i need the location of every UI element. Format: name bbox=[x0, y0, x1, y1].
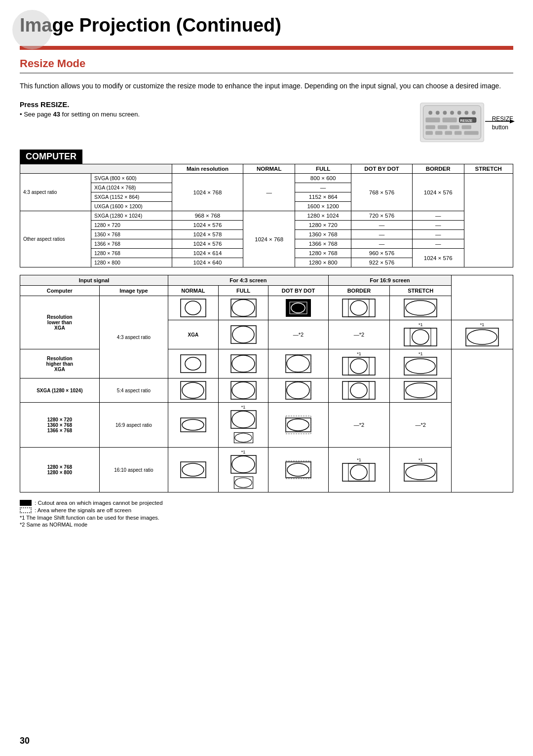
svg-rect-81 bbox=[286, 462, 311, 478]
main-resolution-table: Main resolution NORMAL FULL DOT BY DOT B… bbox=[20, 164, 513, 267]
diag-stretch-6: *1 bbox=[390, 448, 452, 492]
svg-rect-64 bbox=[404, 381, 437, 399]
normal-1366x768: 1024 × 576 bbox=[172, 239, 243, 249]
svg-rect-35 bbox=[231, 326, 256, 343]
diag-normal-2 bbox=[218, 320, 268, 349]
table-header-res bbox=[20, 164, 172, 174]
diag-stretch-5: —*2 bbox=[390, 403, 452, 448]
svg-point-69 bbox=[232, 411, 255, 428]
table-header-full: FULL bbox=[295, 164, 351, 174]
computer-sxga: SXGA (1280 × 1024) bbox=[20, 378, 100, 403]
aspect-label-43: 4:3 aspect ratio bbox=[20, 174, 91, 211]
res-1280x720: 1280 × 720 bbox=[91, 221, 172, 230]
stretch-1360x768: — bbox=[412, 230, 464, 239]
diag-dotbydot-3 bbox=[268, 349, 328, 378]
stretch-1366x768: — bbox=[412, 239, 464, 249]
diag-full-2: —*2 bbox=[268, 320, 328, 349]
svg-point-32 bbox=[350, 301, 367, 315]
svg-rect-33 bbox=[404, 299, 437, 317]
svg-rect-30 bbox=[343, 299, 375, 317]
res-1280x768: 1280 × 768 bbox=[91, 249, 172, 258]
diag-row-6: 1280 × 7681280 × 800 16:10 aspect ratio … bbox=[20, 448, 513, 492]
full-43: — bbox=[243, 174, 295, 211]
svg-rect-77 bbox=[231, 455, 256, 473]
svg-rect-87 bbox=[404, 463, 437, 481]
diag-col-imagetype: Image type bbox=[99, 286, 168, 296]
svg-rect-70 bbox=[234, 433, 253, 443]
svg-rect-47 bbox=[286, 355, 311, 373]
legend-dotted-box bbox=[20, 507, 32, 513]
border-43: 768 × 576 bbox=[351, 174, 413, 211]
svg-rect-49 bbox=[343, 357, 375, 375]
diag-normal-1 bbox=[168, 296, 219, 320]
svg-rect-38 bbox=[410, 328, 431, 346]
input-signal-header: Input signal bbox=[20, 275, 168, 286]
diag-col-dotbydot: DOT BY DOT bbox=[268, 286, 328, 296]
res-sxga-1024: SXGA (1280 × 1024) bbox=[91, 211, 172, 221]
computer-169: 1280 × 7201360 × 7681366 × 768 bbox=[20, 403, 100, 448]
svg-rect-58 bbox=[286, 381, 311, 399]
page-title: Image Projection (Continued) bbox=[20, 15, 513, 36]
svg-rect-20 bbox=[464, 131, 478, 135]
svg-rect-79 bbox=[234, 477, 253, 489]
normal-1280x800: 1024 × 640 bbox=[172, 258, 243, 267]
dotbydot-uxga: 1600 × 1200 bbox=[295, 202, 351, 211]
diag-full-3 bbox=[218, 349, 268, 378]
red-bar bbox=[20, 46, 513, 50]
res-1360x768: 1360 × 768 bbox=[91, 230, 172, 239]
table-header-dotbydot: DOT BY DOT bbox=[351, 164, 413, 174]
svg-point-24 bbox=[185, 301, 201, 315]
res-1280x800: 1280 × 800 bbox=[91, 258, 172, 267]
diag-full-1 bbox=[218, 296, 268, 320]
res-svga: SVGA (800 × 600) bbox=[91, 174, 172, 183]
diag-dotbydot-1 bbox=[268, 296, 328, 320]
res-sxga-small: SXGA (1152 × 864) bbox=[91, 192, 172, 202]
svg-rect-52 bbox=[404, 357, 437, 375]
legend-black-box bbox=[20, 500, 32, 506]
svg-rect-8 bbox=[425, 117, 440, 122]
svg-point-48 bbox=[287, 355, 309, 372]
svg-point-4 bbox=[450, 111, 454, 115]
diag-border-3: *1 bbox=[328, 349, 390, 378]
svg-point-1 bbox=[428, 111, 432, 115]
image-type-169: 16:9 aspect ratio bbox=[99, 403, 168, 448]
svg-point-55 bbox=[182, 382, 204, 398]
table-header-main-res: Main resolution bbox=[172, 164, 243, 174]
border-1280x768: 960 × 576 bbox=[351, 249, 413, 258]
svg-point-26 bbox=[232, 300, 255, 316]
dotbydot-1366x768: 1366 × 768 bbox=[295, 239, 351, 249]
svg-rect-59 bbox=[286, 381, 311, 399]
svg-rect-17 bbox=[435, 131, 443, 135]
svg-rect-66 bbox=[181, 418, 206, 432]
dotbydot-1280x720: 1280 × 720 bbox=[295, 221, 351, 230]
svg-text:RESIZE: RESIZE bbox=[460, 119, 472, 122]
border-1366x768: — bbox=[351, 239, 413, 249]
diag-normal-5 bbox=[168, 403, 219, 448]
res-1366x768: 1366 × 768 bbox=[91, 239, 172, 249]
legend-dotted-text: : Area where the signals are off screen bbox=[35, 507, 131, 513]
see-page-text: • See page 43 for setting on menu screen… bbox=[20, 111, 420, 118]
svg-point-3 bbox=[443, 111, 447, 115]
stretch-43: 1024 × 576 bbox=[412, 174, 464, 211]
diag-border-1 bbox=[328, 296, 390, 320]
normal-1360x768: 1024 × 578 bbox=[172, 230, 243, 239]
computer-header: COMPUTER bbox=[20, 150, 513, 164]
dotbydot-sxga: 1280 × 1024 bbox=[295, 211, 351, 221]
res-xga: XGA (1024 × 768) bbox=[91, 183, 172, 192]
table-header-normal: NORMAL bbox=[243, 164, 295, 174]
diag-dotbydot-2: —*2 bbox=[328, 320, 390, 349]
diag-dotbydot-4 bbox=[268, 378, 328, 403]
svg-point-88 bbox=[406, 465, 435, 480]
diag-col-computer: Computer bbox=[20, 286, 100, 296]
top-section: Press RESIZE. • See page 43 for setting … bbox=[20, 100, 513, 144]
svg-point-34 bbox=[406, 301, 435, 315]
computer-1610: 1280 × 7681280 × 800 bbox=[20, 448, 100, 492]
diag-dotbydot-5 bbox=[268, 403, 328, 448]
image-type-54: 5:4 aspect ratio bbox=[99, 378, 168, 403]
diag-col-border: BORDER bbox=[328, 286, 390, 296]
stretch-last: 1024 × 576 bbox=[412, 249, 464, 267]
dotbydot-sxga-small: 1152 × 864 bbox=[295, 192, 351, 202]
svg-point-36 bbox=[232, 326, 254, 343]
svg-rect-85 bbox=[348, 463, 369, 481]
svg-rect-13 bbox=[437, 125, 447, 129]
